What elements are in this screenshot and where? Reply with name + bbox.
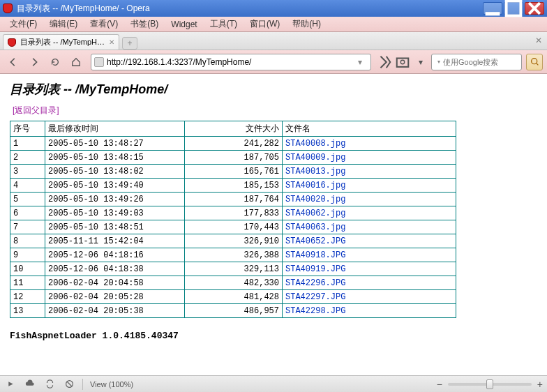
cell-index: 8 (10, 234, 45, 248)
col-size: 文件大小 (185, 121, 283, 137)
table-row: 42005-05-10 13:49:40185,153STA40016.jpg (10, 179, 456, 193)
view-status-label[interactable]: View (100%) (90, 380, 133, 389)
tab-active[interactable]: 目录列表 -- /MyTempH… ✕ (3, 34, 119, 50)
file-link[interactable]: STA40020.jpg (285, 195, 345, 204)
search-input[interactable] (443, 58, 539, 66)
file-link[interactable]: STA40063.jpg (285, 223, 345, 232)
forward-button[interactable] (25, 54, 43, 70)
back-to-parent-link[interactable]: [返回父目录] (13, 105, 59, 115)
search-box[interactable]: ▾ (431, 54, 522, 70)
table-row: 22005-05-10 13:48:15187,705STA40009.jpg (10, 151, 456, 165)
cell-filename: STA40008.jpg (283, 137, 456, 151)
table-row: 52005-05-10 13:49:26187,764STA40020.jpg (10, 193, 456, 206)
cell-size: 481,428 (185, 290, 283, 304)
cell-index: 2 (10, 151, 45, 165)
col-index: 序号 (10, 121, 45, 137)
title-bar: 目录列表 -- /MyTempHome/ - Opera (0, 0, 547, 17)
menu-file[interactable]: 文件(F) (4, 17, 43, 31)
nav-dropdown-icon[interactable]: ▾ (413, 54, 428, 70)
close-button[interactable] (525, 2, 544, 15)
cell-size: 326,388 (185, 248, 283, 262)
search-button[interactable] (526, 54, 543, 70)
svg-rect-1 (507, 1, 521, 16)
tabstrip-close-icon[interactable]: ✕ (533, 35, 544, 46)
svg-point-5 (531, 59, 537, 64)
address-bar[interactable]: ▾ (91, 54, 371, 70)
menu-bookmarks[interactable]: 书签(B) (125, 17, 164, 31)
cell-size: 165,761 (185, 165, 283, 179)
cell-filename: STA40919.JPG (283, 262, 456, 276)
menu-tools[interactable]: 工具(T) (204, 17, 243, 31)
cell-modified: 2005-05-10 13:48:02 (45, 165, 185, 179)
file-link[interactable]: STA42298.JPG (285, 306, 345, 316)
cell-size: 177,833 (185, 206, 283, 220)
file-link[interactable]: STA40013.jpg (285, 167, 345, 176)
cell-index: 1 (10, 137, 45, 151)
reload-button[interactable] (46, 54, 64, 70)
file-link[interactable]: STA42297.JPG (285, 292, 345, 302)
maximize-button[interactable] (504, 2, 523, 15)
page-viewport: 目录列表 -- /MyTempHome/ [返回父目录] 序号 最后修改时间 文… (0, 74, 547, 374)
file-link[interactable]: STA40919.JPG (285, 264, 345, 274)
menu-view[interactable]: 查看(V) (84, 17, 123, 31)
svg-point-3 (400, 60, 405, 64)
status-bar: View (100%) − + (0, 375, 547, 392)
cell-filename: STA40062.jpg (283, 206, 456, 220)
file-link[interactable]: STA40009.jpg (285, 153, 345, 163)
cell-size: 482,330 (185, 276, 283, 290)
tab-close-icon[interactable]: ✕ (109, 38, 114, 46)
cell-size: 187,705 (185, 151, 283, 165)
minimize-button[interactable] (483, 2, 502, 15)
cloudsync-icon[interactable] (24, 378, 36, 391)
cell-index: 13 (10, 304, 45, 318)
cell-filename: STA40063.jpg (283, 220, 456, 234)
cell-index: 3 (10, 165, 45, 179)
file-link[interactable]: STA40918.JPG (285, 250, 345, 260)
cell-index: 12 (10, 290, 45, 304)
window-title: 目录列表 -- /MyTempHome/ - Opera (17, 3, 150, 15)
menu-edit[interactable]: 编辑(E) (44, 17, 83, 31)
back-button[interactable] (4, 54, 22, 70)
cell-modified: 2005-12-06 04:18:16 (45, 248, 185, 262)
svg-rect-2 (397, 58, 409, 66)
url-dropdown-icon[interactable]: ▾ (358, 57, 368, 67)
fast-forward-button[interactable] (377, 54, 392, 70)
zoom-out-icon[interactable]: − (437, 379, 442, 390)
file-link[interactable]: STA40062.jpg (285, 209, 345, 218)
file-link[interactable]: STA42296.JPG (285, 278, 345, 288)
file-link[interactable]: STA40008.jpg (285, 139, 345, 149)
cell-filename: STA40013.jpg (283, 165, 456, 179)
zoom-slider-knob[interactable] (486, 379, 493, 389)
cell-filename: STA40652.JPG (283, 234, 456, 248)
table-row: 82005-11-11 15:42:04326,910STA40652.JPG (10, 234, 456, 248)
block-icon[interactable] (63, 378, 75, 391)
menu-window[interactable]: 窗口(W) (244, 17, 285, 31)
cell-modified: 2005-11-11 15:42:04 (45, 234, 185, 248)
opera-logo-icon (3, 3, 13, 13)
file-link[interactable]: STA40652.JPG (285, 236, 345, 246)
site-info-icon[interactable] (94, 57, 104, 67)
cell-size: 329,113 (185, 262, 283, 276)
sync-icon[interactable] (43, 378, 56, 391)
home-button[interactable] (67, 54, 85, 70)
screenshot-button[interactable] (395, 54, 410, 70)
menu-widget[interactable]: Widget (165, 18, 202, 31)
cell-index: 11 (10, 276, 45, 290)
cell-index: 10 (10, 262, 45, 276)
search-engine-dropdown-icon[interactable]: ▾ (437, 59, 440, 65)
zoom-slider[interactable] (448, 383, 532, 386)
menu-bar: 文件(F) 编辑(E) 查看(V) 书签(B) Widget 工具(T) 窗口(… (0, 17, 547, 32)
navigation-bar: ▾ ▾ ▾ (0, 50, 547, 74)
menu-help[interactable]: 帮助(H) (287, 17, 327, 31)
table-row: 62005-05-10 13:49:03177,833STA40062.jpg (10, 206, 456, 220)
tab-favicon-icon (8, 38, 16, 47)
cell-filename: STA40016.jpg (283, 179, 456, 193)
zoom-in-icon[interactable]: + (537, 379, 543, 390)
cell-modified: 2005-05-10 13:48:51 (45, 220, 185, 234)
cell-modified: 2005-05-10 13:49:03 (45, 206, 185, 220)
file-link[interactable]: STA40016.jpg (285, 181, 345, 190)
panel-toggle-icon[interactable] (4, 378, 17, 391)
url-input[interactable] (107, 57, 355, 67)
new-tab-button[interactable]: + (122, 37, 137, 50)
table-row: 92005-12-06 04:18:16326,388STA40918.JPG (10, 248, 456, 262)
